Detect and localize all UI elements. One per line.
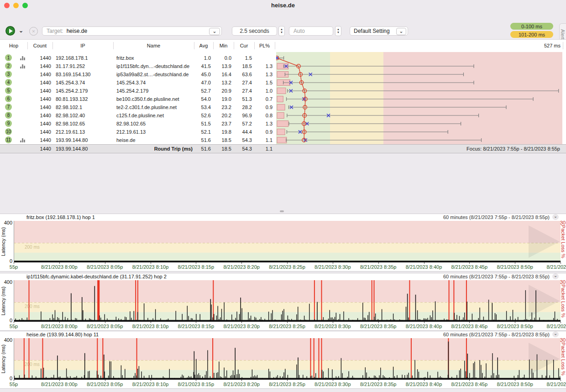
time-tick-label: 8/21/2023 8:25p [269, 264, 305, 270]
time-tick-label: 8/21/2023 8:20p [223, 324, 260, 329]
trace-table: 527 ms HopCountIPNameAvgMinCurPL% 114401… [0, 39, 566, 152]
time-tick-label: 8/21/2023 8: [546, 264, 566, 270]
chevron-down-icon[interactable]: ⌄ [19, 27, 23, 34]
time-tick [333, 380, 333, 381]
summary-ip: 193.99.144.80 [56, 145, 112, 153]
hop-row-11[interactable]: 111440193.99.144.80heise.de51.618.554.31… [0, 136, 566, 144]
hop-row-4[interactable]: 41440145.254.3.74145.254.3.7447.013.227.… [0, 78, 566, 87]
column-header-hop[interactable]: Hop [0, 40, 27, 52]
stop-trace-button[interactable]: ✕ [29, 27, 38, 36]
latency-plot[interactable]: 200 ms [14, 280, 561, 322]
legend-pill-1: 101-200 ms [510, 31, 553, 38]
time-tick-label: 8/21/2023 8:35p [360, 382, 397, 387]
chart-body: 400 0 Latency (ms) 200 ms 30 Packet Loss… [0, 221, 566, 262]
column-divider [254, 42, 255, 49]
target-input[interactable]: Target: heise.de ⌄ [42, 26, 222, 36]
chevron-down-icon[interactable]: ⌄ [552, 273, 559, 279]
settings-dropdown[interactable]: Default Setting ⌄ [350, 26, 408, 36]
column-header-ip[interactable]: IP [52, 40, 113, 52]
legend-pill-0: 0-100 ms [510, 23, 553, 30]
column-header-count[interactable]: Count [27, 40, 52, 52]
bar-chart-icon[interactable] [20, 64, 26, 68]
summary-row[interactable]: 1440 193.99.144.80 Round Trip (ms) 51.6 … [0, 144, 566, 153]
chevron-down-icon[interactable]: ⌄ [552, 214, 559, 220]
column-header-pl[interactable]: PL% [254, 40, 275, 52]
latency-plot[interactable]: 200 ms [14, 221, 561, 262]
hop-row-3[interactable]: 3144083.169.154.130ip53a99a82.st…-deutsc… [0, 70, 566, 78]
summary-cur: 54.3 [234, 145, 252, 153]
time-tick-label: 8/21/2023 8:40p [406, 264, 442, 270]
time-tick-label: 8/21/2023 8:25p [269, 324, 305, 329]
summary-label: Round Trip (ms) [116, 145, 193, 153]
bar-chart-icon[interactable] [20, 56, 26, 60]
hop-row-5[interactable]: 51440145.254.2.179145.254.2.17952.720.92… [0, 87, 566, 95]
hop-row-7[interactable]: 7144082.98.102.1te2-2.c301.f.de.plusline… [0, 103, 566, 111]
chart-body: 400 0 Latency (ms) 200 ms 30 Packet Loss… [0, 338, 566, 380]
column-divider [113, 42, 114, 49]
chevron-down-icon[interactable]: ⌄ [552, 331, 559, 337]
timeline-chart-hop-1: fritz.box (192.168.178.1) hop 1 60 minut… [0, 214, 566, 272]
toolbar: ⌄ ✕ Target: heise.de ⌄ 2.5 seconds ▲▼ Au… [0, 11, 566, 40]
hop-row-10[interactable]: 101440212.19.61.13212.19.61.1352.119.844… [0, 128, 566, 136]
stepper-down-icon: ▼ [280, 31, 283, 34]
pl-cell: 1.1 [254, 136, 273, 144]
hop-row-6[interactable]: 6144080.81.193.132be100.c350.f.de.plusli… [0, 95, 566, 103]
cur-cell: 96.9 [234, 111, 252, 120]
avg-cell: 47.0 [194, 78, 211, 87]
chevron-down-icon[interactable]: ⌄ [396, 28, 406, 35]
hop-row-2[interactable]: 2144031.17.91.252ip1f115bfc.dyn…-deutsch… [0, 62, 566, 70]
count-cell: 1440 [27, 120, 51, 128]
time-tick-label: 8/21/2023 8:45p [451, 324, 488, 329]
column-header-avg[interactable]: Avg [194, 40, 213, 52]
focus-time-stepper[interactable]: ▲▼ [335, 26, 341, 36]
count-cell: 1440 [27, 95, 51, 103]
bar-chart-icon[interactable] [20, 138, 26, 142]
min-cell: 0.0 [213, 54, 231, 62]
count-cell: 1440 [27, 62, 51, 70]
target-dropdown-button[interactable]: ⌄ [209, 28, 220, 35]
cur-cell: 63.6 [234, 70, 252, 78]
pane-splitter[interactable] [0, 209, 566, 213]
column-header-min[interactable]: Min [213, 40, 234, 52]
ip-cell: 192.168.178.1 [56, 54, 113, 62]
ip-cell: 212.19.61.13 [56, 128, 113, 136]
avg-cell: 54.0 [194, 95, 211, 103]
hop-row-9[interactable]: 9144082.98.102.6582.98.102.6551.523.757.… [0, 120, 566, 128]
column-header-name[interactable]: Name [113, 40, 194, 52]
hop-number-badge: 9 [5, 120, 12, 127]
pingplotter-window: heise.de ⌄ ✕ Target: heise.de ⌄ 2.5 seco… [0, 0, 566, 392]
trace-interval-stepper[interactable]: ▲▼ [278, 26, 285, 36]
time-tick [105, 262, 105, 264]
trace-interval-input[interactable]: 2.5 seconds [232, 26, 277, 36]
avg-cell: 52.7 [194, 87, 211, 95]
focus-time-input[interactable]: Auto [289, 26, 333, 36]
ip-cell: 83.169.154.130 [56, 70, 113, 78]
settings-value: Default Setting [354, 28, 390, 34]
time-tick [241, 322, 242, 323]
count-cell: 1440 [27, 54, 51, 62]
time-tick [378, 380, 379, 381]
hop-row-8[interactable]: 8144082.98.102.40c125.f.de.plusline.net5… [0, 111, 566, 120]
time-tick-label: 55p [10, 264, 18, 270]
ip-cell: 82.98.102.1 [56, 103, 113, 111]
latency-plot[interactable]: 200 ms [14, 338, 561, 380]
timeline-chart-hop-2: ip1f115bfc.dynamic.kabel-deutschland.de … [0, 273, 566, 331]
time-tick-label: 8/21/2023 8:05p [87, 382, 123, 387]
time-tick-label: 8/21/2023 8:10p [132, 264, 169, 270]
hop-number-badge: 11 [5, 136, 12, 143]
pl-cell: 0.8 [254, 111, 273, 120]
time-tick [59, 322, 60, 323]
time-tick-label: 8/21/2023 8:35p [360, 324, 397, 329]
time-tick-label: 8/21/2023 8:45p [451, 264, 488, 270]
ip-cell: 82.98.102.40 [56, 111, 113, 120]
chart-range-label: 60 minutes (8/21/2023 7:55p - 8/21/2023 … [443, 332, 550, 337]
column-header-cur[interactable]: Cur [234, 40, 254, 52]
hop-row-1[interactable]: 11440192.168.178.1fritz.box1.00.01.5 [0, 54, 566, 62]
start-trace-button[interactable] [5, 26, 15, 36]
pl-cell: 0.7 [254, 95, 273, 103]
time-tick [105, 380, 105, 381]
name-cell: 212.19.61.13 [116, 128, 193, 136]
count-cell: 1440 [27, 103, 51, 111]
time-tick [424, 322, 424, 323]
count-cell: 1440 [27, 128, 51, 136]
